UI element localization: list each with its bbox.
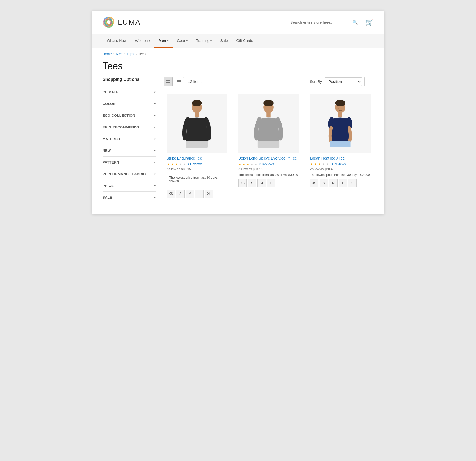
star-filled-icon: ★ [318,162,321,166]
size-button-s[interactable]: S [176,190,185,198]
breadcrumb-link-tops[interactable]: Tops [127,52,134,56]
search-box[interactable]: 🔍 [287,18,361,27]
reviews-count[interactable]: 3 Reviews [331,162,346,166]
nav-chevron-icon: ▾ [167,39,168,42]
lowest-price-note: The lowest price from last 30 days: $24.… [310,173,371,177]
breadcrumb-separator: › [124,52,125,56]
filter-chevron-icon: ▾ [154,114,156,118]
sort-label: Sort By [310,79,322,84]
star-empty-icon: ★ [250,162,254,166]
price-label: As low as $33.15 [238,167,299,171]
filter-item-new[interactable]: NEW▾ [103,145,156,156]
svg-rect-5 [168,80,170,81]
filter-label: NEW [103,149,111,153]
size-button-xs[interactable]: XS [310,179,318,187]
star-filled-icon: ★ [246,162,250,166]
star-filled-icon: ★ [171,162,174,166]
filter-label: MATERIAL [103,137,121,141]
size-button-m[interactable]: M [186,190,194,198]
filter-chevron-icon: ▾ [154,196,156,199]
size-button-s[interactable]: S [248,179,256,187]
breadcrumb-separator: › [136,52,137,56]
svg-rect-7 [168,82,170,83]
size-button-m[interactable]: M [329,179,338,187]
size-button-m[interactable]: M [257,179,266,187]
nav-item-what's-new[interactable]: What's New [103,34,131,48]
star-empty-icon: ★ [322,162,325,166]
search-button[interactable]: 🔍 [352,20,358,25]
size-options: XSSMLXL [167,190,227,198]
filter-chevron-icon: ▾ [154,102,156,106]
search-input[interactable] [290,20,352,24]
size-button-xl[interactable]: XL [205,190,213,198]
product-card[interactable]: Logan HeatTec® Tee★★★★★3 ReviewsAs low a… [307,91,373,201]
size-button-xs[interactable]: XS [167,190,175,198]
filter-item-eco-collection[interactable]: ECO COLLECTION▾ [103,110,156,121]
filter-label: PERFORMANCE FABRIC [103,172,146,176]
svg-rect-10 [177,83,181,83]
filter-item-erin-recommends[interactable]: ERIN RECOMMENDS▾ [103,121,156,133]
nav-item-gift-cards[interactable]: Gift Cards [232,34,257,48]
size-button-l[interactable]: L [195,190,204,198]
filter-item-price[interactable]: PRICE▾ [103,180,156,191]
product-name[interactable]: Logan HeatTec® Tee [310,156,371,160]
product-image [167,94,227,153]
star-filled-icon: ★ [175,162,178,166]
filter-chevron-icon: ▾ [154,161,156,164]
product-image [310,94,371,153]
sort-select[interactable]: PositionProduct NamePrice [325,77,362,86]
breadcrumb: Home›Men›Tops›Tees [92,48,384,60]
grid-view-button[interactable] [164,77,173,86]
size-button-l[interactable]: L [339,179,347,187]
breadcrumb-link-home[interactable]: Home [103,52,112,56]
cart-icon[interactable]: 🛒 [366,19,373,26]
filter-item-pattern[interactable]: PATTERN▾ [103,156,156,168]
logo-text: LUMA [118,18,141,27]
product-name[interactable]: Strike Endurance Tee [167,156,227,160]
toolbar-right: Sort By PositionProduct NamePrice ↑ [310,77,373,86]
nav-item-women[interactable]: Women ▾ [131,34,154,48]
sort-direction-button[interactable]: ↑ [364,77,373,86]
main-navigation: What's NewWomen ▾Men ▾Gear ▾Training ▾Sa… [92,34,384,48]
svg-point-20 [335,100,345,106]
size-button-l[interactable]: L [267,179,275,187]
size-button-s[interactable]: S [320,179,328,187]
list-view-icon [177,79,181,84]
list-view-button[interactable] [175,77,184,86]
nav-item-sale[interactable]: Sale [216,34,232,48]
filter-label: COLOR [103,102,116,106]
nav-item-training[interactable]: Training ▾ [192,34,216,48]
filter-chevron-icon: ▾ [154,125,156,129]
product-card[interactable]: Deion Long-Sleeve EverCool™ Tee★★★★★3 Re… [235,91,302,201]
filter-item-climate[interactable]: CLIMATE▾ [103,86,156,98]
logo-area: LUMA [103,16,141,29]
product-card[interactable]: Strike Endurance Tee★★★★★4 ReviewsAs low… [164,91,230,201]
filter-item-performance-fabric[interactable]: PERFORMANCE FABRIC▾ [103,168,156,180]
filter-item-material[interactable]: MATERIAL▾ [103,133,156,145]
breadcrumb-link-men[interactable]: Men [116,52,122,56]
price-value: $33.15 [253,167,263,171]
svg-point-12 [192,100,202,106]
filter-item-color[interactable]: COLOR▾ [103,98,156,110]
svg-rect-9 [177,81,181,82]
reviews-count[interactable]: 3 Reviews [259,162,274,166]
size-button-xl[interactable]: XL [348,179,357,187]
price-label: As low as $33.15 [167,167,227,171]
filters-list: CLIMATE▾COLOR▾ECO COLLECTION▾ERIN RECOMM… [103,86,156,203]
breadcrumb-separator: › [113,52,114,56]
star-empty-icon: ★ [182,162,186,166]
site-header: LUMA 🔍 🛒 [92,11,384,34]
product-name[interactable]: Deion Long-Sleeve EverCool™ Tee [238,156,299,160]
star-filled-icon: ★ [310,162,313,166]
grid-view-icon [166,79,170,84]
svg-point-24 [341,108,342,108]
filter-item-sale[interactable]: SALE▾ [103,191,156,203]
svg-rect-13 [195,112,199,117]
size-button-xs[interactable]: XS [238,179,247,187]
nav-item-gear[interactable]: Gear ▾ [173,34,192,48]
filter-label: ECO COLLECTION [103,114,135,118]
nav-item-men[interactable]: Men ▾ [154,34,173,48]
reviews-count[interactable]: 4 Reviews [188,162,202,166]
svg-point-23 [338,108,339,108]
filter-chevron-icon: ▾ [154,137,156,141]
